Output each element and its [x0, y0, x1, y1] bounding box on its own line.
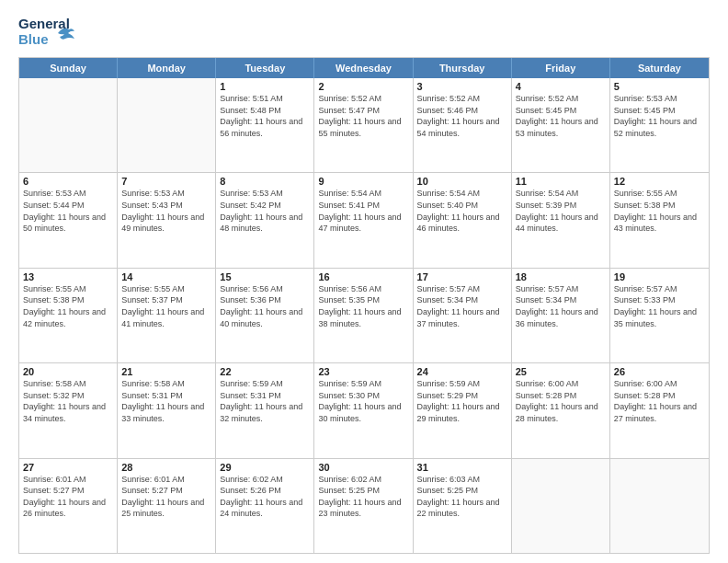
weekday-header-thursday: Thursday — [414, 58, 512, 78]
calendar-row-3: 13Sunrise: 5:55 AM Sunset: 5:38 PM Dayli… — [19, 268, 709, 362]
cell-date: 28 — [121, 462, 211, 473]
cell-date: 24 — [417, 366, 507, 377]
cell-info: Sunrise: 5:57 AM Sunset: 5:33 PM Dayligh… — [614, 283, 705, 329]
cell-info: Sunrise: 5:56 AM Sunset: 5:35 PM Dayligh… — [318, 283, 408, 329]
calendar-cell-18: 18Sunrise: 5:57 AM Sunset: 5:34 PM Dayli… — [512, 269, 610, 362]
cell-date: 6 — [23, 176, 113, 187]
weekday-header-sunday: Sunday — [19, 58, 118, 78]
cell-info: Sunrise: 5:53 AM Sunset: 5:44 PM Dayligh… — [23, 188, 113, 234]
calendar-cell-7: 7Sunrise: 5:53 AM Sunset: 5:43 PM Daylig… — [118, 173, 216, 267]
cell-info: Sunrise: 5:52 AM Sunset: 5:46 PM Dayligh… — [417, 93, 507, 139]
calendar-cell-empty-4-6 — [610, 459, 709, 553]
cell-info: Sunrise: 5:59 AM Sunset: 5:29 PM Dayligh… — [417, 378, 507, 424]
calendar-page: General Blue SundayMondayTuesdayWednesda… — [0, 0, 728, 563]
calendar-cell-21: 21Sunrise: 5:58 AM Sunset: 5:31 PM Dayli… — [118, 363, 216, 457]
calendar-cell-19: 19Sunrise: 5:57 AM Sunset: 5:33 PM Dayli… — [610, 269, 709, 362]
calendar-cell-26: 26Sunrise: 6:00 AM Sunset: 5:28 PM Dayli… — [610, 363, 709, 457]
cell-info: Sunrise: 6:00 AM Sunset: 5:28 PM Dayligh… — [516, 378, 606, 424]
cell-date: 11 — [516, 176, 606, 187]
calendar-cell-23: 23Sunrise: 5:59 AM Sunset: 5:30 PM Dayli… — [314, 363, 413, 457]
cell-date: 15 — [220, 271, 310, 282]
cell-info: Sunrise: 6:01 AM Sunset: 5:27 PM Dayligh… — [23, 474, 113, 520]
weekday-header-monday: Monday — [118, 58, 216, 78]
calendar-cell-25: 25Sunrise: 6:00 AM Sunset: 5:28 PM Dayli… — [512, 363, 610, 457]
calendar-cell-15: 15Sunrise: 5:56 AM Sunset: 5:36 PM Dayli… — [216, 269, 314, 362]
cell-info: Sunrise: 5:54 AM Sunset: 5:39 PM Dayligh… — [516, 188, 606, 234]
calendar-row-5: 27Sunrise: 6:01 AM Sunset: 5:27 PM Dayli… — [19, 458, 709, 553]
calendar-row-4: 20Sunrise: 5:58 AM Sunset: 5:32 PM Dayli… — [19, 362, 709, 457]
calendar-cell-14: 14Sunrise: 5:55 AM Sunset: 5:37 PM Dayli… — [118, 269, 216, 362]
cell-info: Sunrise: 5:59 AM Sunset: 5:31 PM Dayligh… — [220, 378, 310, 424]
cell-date: 8 — [220, 176, 310, 187]
calendar-cell-16: 16Sunrise: 5:56 AM Sunset: 5:35 PM Dayli… — [314, 269, 413, 362]
page-header: General Blue — [18, 17, 710, 50]
calendar-cell-9: 9Sunrise: 5:54 AM Sunset: 5:41 PM Daylig… — [314, 173, 413, 267]
calendar-body: 1Sunrise: 5:51 AM Sunset: 5:48 PM Daylig… — [19, 78, 709, 553]
cell-date: 29 — [220, 462, 310, 473]
cell-info: Sunrise: 6:02 AM Sunset: 5:26 PM Dayligh… — [220, 474, 310, 520]
weekday-header-friday: Friday — [512, 58, 610, 78]
cell-date: 20 — [23, 366, 113, 377]
cell-info: Sunrise: 6:00 AM Sunset: 5:28 PM Dayligh… — [614, 378, 705, 424]
calendar-row-2: 6Sunrise: 5:53 AM Sunset: 5:44 PM Daylig… — [19, 172, 709, 267]
cell-info: Sunrise: 5:51 AM Sunset: 5:48 PM Dayligh… — [220, 93, 310, 139]
cell-date: 25 — [516, 366, 606, 377]
calendar-cell-2: 2Sunrise: 5:52 AM Sunset: 5:47 PM Daylig… — [314, 78, 413, 172]
calendar-cell-30: 30Sunrise: 6:02 AM Sunset: 5:25 PM Dayli… — [314, 459, 413, 553]
cell-info: Sunrise: 5:58 AM Sunset: 5:31 PM Dayligh… — [121, 378, 211, 424]
calendar-cell-3: 3Sunrise: 5:52 AM Sunset: 5:46 PM Daylig… — [414, 78, 512, 172]
cell-date: 9 — [318, 176, 408, 187]
calendar-cell-1: 1Sunrise: 5:51 AM Sunset: 5:48 PM Daylig… — [216, 78, 314, 172]
cell-date: 5 — [614, 81, 705, 92]
calendar-cell-11: 11Sunrise: 5:54 AM Sunset: 5:39 PM Dayli… — [512, 173, 610, 267]
calendar-row-1: 1Sunrise: 5:51 AM Sunset: 5:48 PM Daylig… — [19, 78, 709, 172]
cell-info: Sunrise: 5:53 AM Sunset: 5:45 PM Dayligh… — [614, 93, 705, 139]
calendar-cell-24: 24Sunrise: 5:59 AM Sunset: 5:29 PM Dayli… — [414, 363, 512, 457]
logo-blue: Blue — [18, 31, 49, 47]
cell-info: Sunrise: 5:54 AM Sunset: 5:40 PM Dayligh… — [417, 188, 507, 234]
cell-date: 16 — [318, 271, 408, 282]
cell-date: 3 — [417, 81, 507, 92]
cell-date: 12 — [614, 176, 705, 187]
calendar-cell-13: 13Sunrise: 5:55 AM Sunset: 5:38 PM Dayli… — [19, 269, 118, 362]
cell-date: 30 — [318, 462, 408, 473]
cell-date: 17 — [417, 271, 507, 282]
logo-general: General — [18, 16, 70, 31]
cell-info: Sunrise: 5:53 AM Sunset: 5:43 PM Dayligh… — [121, 188, 211, 234]
cell-date: 13 — [23, 271, 113, 282]
calendar-cell-31: 31Sunrise: 6:03 AM Sunset: 5:25 PM Dayli… — [414, 459, 512, 553]
cell-date: 14 — [121, 271, 211, 282]
cell-date: 26 — [614, 366, 705, 377]
calendar-cell-empty-0-0 — [19, 78, 118, 172]
calendar-cell-28: 28Sunrise: 6:01 AM Sunset: 5:27 PM Dayli… — [118, 459, 216, 553]
cell-date: 2 — [318, 81, 408, 92]
logo: General Blue — [18, 17, 76, 50]
weekday-header-wednesday: Wednesday — [314, 58, 413, 78]
cell-info: Sunrise: 5:53 AM Sunset: 5:42 PM Dayligh… — [220, 188, 310, 234]
cell-info: Sunrise: 5:52 AM Sunset: 5:47 PM Dayligh… — [318, 93, 408, 139]
calendar-cell-8: 8Sunrise: 5:53 AM Sunset: 5:42 PM Daylig… — [216, 173, 314, 267]
cell-date: 19 — [614, 271, 705, 282]
calendar-cell-5: 5Sunrise: 5:53 AM Sunset: 5:45 PM Daylig… — [610, 78, 709, 172]
cell-info: Sunrise: 5:55 AM Sunset: 5:38 PM Dayligh… — [614, 188, 705, 234]
cell-date: 22 — [220, 366, 310, 377]
cell-date: 4 — [516, 81, 606, 92]
calendar-cell-12: 12Sunrise: 5:55 AM Sunset: 5:38 PM Dayli… — [610, 173, 709, 267]
cell-date: 7 — [121, 176, 211, 187]
calendar-cell-6: 6Sunrise: 5:53 AM Sunset: 5:44 PM Daylig… — [19, 173, 118, 267]
cell-info: Sunrise: 6:02 AM Sunset: 5:25 PM Dayligh… — [318, 474, 408, 520]
calendar-header: SundayMondayTuesdayWednesdayThursdayFrid… — [19, 58, 709, 78]
cell-info: Sunrise: 5:55 AM Sunset: 5:38 PM Dayligh… — [23, 283, 113, 329]
cell-info: Sunrise: 5:58 AM Sunset: 5:32 PM Dayligh… — [23, 378, 113, 424]
calendar-cell-20: 20Sunrise: 5:58 AM Sunset: 5:32 PM Dayli… — [19, 363, 118, 457]
cell-date: 1 — [220, 81, 310, 92]
calendar: SundayMondayTuesdayWednesdayThursdayFrid… — [18, 57, 710, 554]
cell-info: Sunrise: 5:55 AM Sunset: 5:37 PM Dayligh… — [121, 283, 211, 329]
calendar-cell-10: 10Sunrise: 5:54 AM Sunset: 5:40 PM Dayli… — [414, 173, 512, 267]
cell-date: 10 — [417, 176, 507, 187]
cell-info: Sunrise: 5:59 AM Sunset: 5:30 PM Dayligh… — [318, 378, 408, 424]
calendar-cell-17: 17Sunrise: 5:57 AM Sunset: 5:34 PM Dayli… — [414, 269, 512, 362]
cell-date: 21 — [121, 366, 211, 377]
cell-info: Sunrise: 5:52 AM Sunset: 5:45 PM Dayligh… — [516, 93, 606, 139]
calendar-cell-29: 29Sunrise: 6:02 AM Sunset: 5:26 PM Dayli… — [216, 459, 314, 553]
